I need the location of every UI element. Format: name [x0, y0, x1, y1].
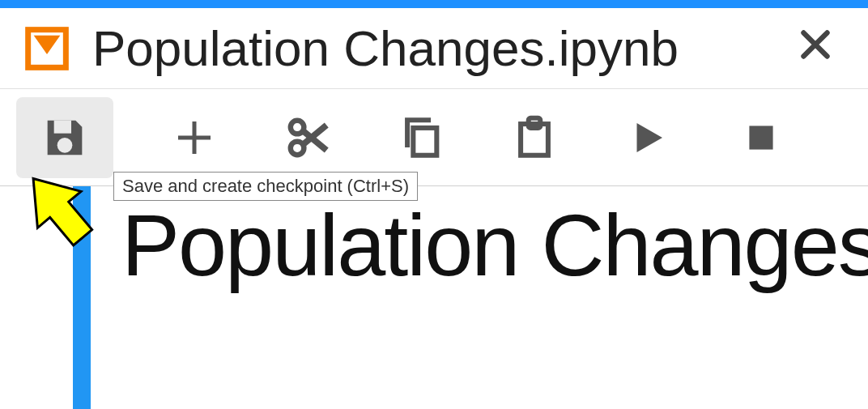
copy-icon: [398, 114, 445, 161]
add-cell-button[interactable]: [138, 97, 251, 178]
run-button[interactable]: [591, 97, 704, 178]
cut-icon: [283, 113, 333, 163]
svg-point-2: [57, 138, 73, 153]
tab-bar: Population Changes.ipynb: [0, 8, 868, 89]
paste-button[interactable]: [478, 97, 591, 178]
svg-rect-5: [413, 127, 436, 155]
cut-button[interactable]: [251, 97, 364, 178]
plus-icon: [170, 113, 219, 162]
play-icon: [626, 116, 670, 160]
annotation-arrow-icon: [8, 162, 105, 283]
notebook-icon: [24, 26, 70, 71]
svg-rect-8: [749, 126, 772, 149]
tab-title[interactable]: Population Changes.ipynb: [92, 19, 772, 77]
save-icon: [39, 112, 91, 164]
stop-button[interactable]: [704, 97, 818, 178]
save-tooltip: Save and create checkpoint (Ctrl+S): [113, 172, 418, 201]
markdown-heading[interactable]: Population Changes: [121, 194, 868, 296]
close-icon[interactable]: [795, 24, 836, 72]
paste-icon: [511, 114, 558, 161]
notebook-content: Population Changes: [0, 186, 868, 409]
copy-button[interactable]: [364, 97, 478, 178]
stop-icon: [741, 117, 781, 158]
svg-rect-1: [54, 120, 71, 133]
window-top-bar: [0, 0, 868, 8]
toolbar: Save and create checkpoint (Ctrl+S): [0, 89, 868, 186]
